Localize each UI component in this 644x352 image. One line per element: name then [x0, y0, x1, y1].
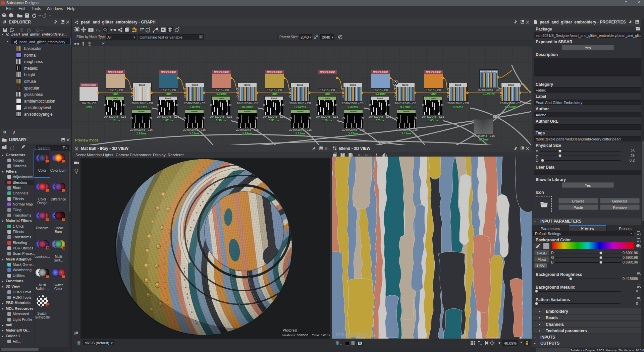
svg-text:i: i [13, 130, 15, 135]
svg-text:i: i [96, 27, 98, 32]
